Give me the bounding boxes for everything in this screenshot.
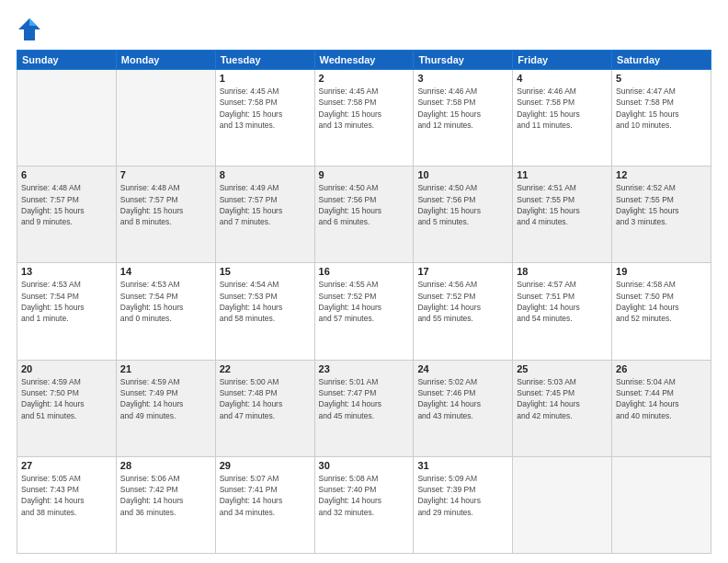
calendar-cell: 5Sunrise: 4:47 AM Sunset: 7:58 PM Daylig… xyxy=(612,70,711,167)
day-info: Sunrise: 4:47 AM Sunset: 7:58 PM Dayligh… xyxy=(616,86,707,131)
logo-icon xyxy=(17,17,42,42)
weekday-header-sunday: Sunday xyxy=(17,51,117,70)
day-info: Sunrise: 4:48 AM Sunset: 7:57 PM Dayligh… xyxy=(120,182,211,227)
calendar-cell: 11Sunrise: 4:51 AM Sunset: 7:55 PM Dayli… xyxy=(513,167,612,263)
day-number: 7 xyxy=(120,169,211,180)
day-number: 20 xyxy=(21,363,112,374)
day-info: Sunrise: 4:53 AM Sunset: 7:54 PM Dayligh… xyxy=(120,279,211,324)
day-number: 19 xyxy=(616,266,707,277)
day-info: Sunrise: 4:59 AM Sunset: 7:50 PM Dayligh… xyxy=(21,376,112,421)
day-info: Sunrise: 4:51 AM Sunset: 7:55 PM Dayligh… xyxy=(517,182,608,227)
day-number: 14 xyxy=(120,266,211,277)
calendar-cell: 14Sunrise: 4:53 AM Sunset: 7:54 PM Dayli… xyxy=(116,263,215,360)
day-number: 31 xyxy=(417,460,508,471)
calendar-cell: 17Sunrise: 4:56 AM Sunset: 7:52 PM Dayli… xyxy=(414,263,513,360)
day-number: 1 xyxy=(220,73,311,84)
day-number: 4 xyxy=(517,73,608,84)
day-number: 27 xyxy=(21,460,112,471)
day-info: Sunrise: 5:08 AM Sunset: 7:40 PM Dayligh… xyxy=(319,473,410,518)
calendar-cell xyxy=(17,70,117,167)
day-number: 28 xyxy=(120,460,211,471)
calendar-cell: 8Sunrise: 4:49 AM Sunset: 7:57 PM Daylig… xyxy=(215,167,314,263)
calendar-cell: 6Sunrise: 4:48 AM Sunset: 7:57 PM Daylig… xyxy=(17,167,117,263)
day-info: Sunrise: 4:54 AM Sunset: 7:53 PM Dayligh… xyxy=(220,279,311,324)
day-info: Sunrise: 4:45 AM Sunset: 7:58 PM Dayligh… xyxy=(220,86,311,131)
calendar-table: SundayMondayTuesdayWednesdayThursdayFrid… xyxy=(17,50,711,554)
calendar-cell: 26Sunrise: 5:04 AM Sunset: 7:44 PM Dayli… xyxy=(612,360,711,456)
day-number: 25 xyxy=(517,363,608,374)
day-info: Sunrise: 4:57 AM Sunset: 7:51 PM Dayligh… xyxy=(517,279,608,324)
day-info: Sunrise: 5:04 AM Sunset: 7:44 PM Dayligh… xyxy=(616,376,707,421)
day-info: Sunrise: 4:48 AM Sunset: 7:57 PM Dayligh… xyxy=(21,182,112,227)
calendar-cell: 2Sunrise: 4:45 AM Sunset: 7:58 PM Daylig… xyxy=(314,70,414,167)
calendar-cell: 20Sunrise: 4:59 AM Sunset: 7:50 PM Dayli… xyxy=(17,360,117,456)
day-info: Sunrise: 4:45 AM Sunset: 7:58 PM Dayligh… xyxy=(319,86,410,131)
calendar-cell: 30Sunrise: 5:08 AM Sunset: 7:40 PM Dayli… xyxy=(314,456,414,553)
day-info: Sunrise: 5:02 AM Sunset: 7:46 PM Dayligh… xyxy=(417,376,508,421)
day-number: 3 xyxy=(417,73,508,84)
day-info: Sunrise: 5:01 AM Sunset: 7:47 PM Dayligh… xyxy=(319,376,410,421)
week-row-2: 6Sunrise: 4:48 AM Sunset: 7:57 PM Daylig… xyxy=(17,167,711,263)
header xyxy=(17,17,711,42)
day-number: 24 xyxy=(417,363,508,374)
weekday-header-friday: Friday xyxy=(513,51,612,70)
calendar-cell: 25Sunrise: 5:03 AM Sunset: 7:45 PM Dayli… xyxy=(513,360,612,456)
calendar-cell xyxy=(612,456,711,553)
calendar-cell: 1Sunrise: 4:45 AM Sunset: 7:58 PM Daylig… xyxy=(215,70,314,167)
week-row-5: 27Sunrise: 5:05 AM Sunset: 7:43 PM Dayli… xyxy=(17,456,711,553)
weekday-header-tuesday: Tuesday xyxy=(215,51,314,70)
calendar-cell xyxy=(116,70,215,167)
day-info: Sunrise: 4:55 AM Sunset: 7:52 PM Dayligh… xyxy=(319,279,410,324)
calendar-cell: 18Sunrise: 4:57 AM Sunset: 7:51 PM Dayli… xyxy=(513,263,612,360)
day-number: 10 xyxy=(417,169,508,180)
day-info: Sunrise: 5:03 AM Sunset: 7:45 PM Dayligh… xyxy=(517,376,608,421)
calendar-cell: 31Sunrise: 5:09 AM Sunset: 7:39 PM Dayli… xyxy=(414,456,513,553)
day-info: Sunrise: 4:50 AM Sunset: 7:56 PM Dayligh… xyxy=(417,182,508,227)
calendar-cell: 27Sunrise: 5:05 AM Sunset: 7:43 PM Dayli… xyxy=(17,456,117,553)
day-number: 8 xyxy=(220,169,311,180)
day-info: Sunrise: 4:56 AM Sunset: 7:52 PM Dayligh… xyxy=(417,279,508,324)
day-number: 5 xyxy=(616,73,707,84)
calendar-cell: 9Sunrise: 4:50 AM Sunset: 7:56 PM Daylig… xyxy=(314,167,414,263)
day-info: Sunrise: 4:52 AM Sunset: 7:55 PM Dayligh… xyxy=(616,182,707,227)
calendar-cell: 22Sunrise: 5:00 AM Sunset: 7:48 PM Dayli… xyxy=(215,360,314,456)
day-info: Sunrise: 4:46 AM Sunset: 7:58 PM Dayligh… xyxy=(417,86,508,131)
svg-marker-2 xyxy=(29,18,37,26)
calendar-cell: 12Sunrise: 4:52 AM Sunset: 7:55 PM Dayli… xyxy=(612,167,711,263)
logo xyxy=(17,17,46,42)
weekday-header-row: SundayMondayTuesdayWednesdayThursdayFrid… xyxy=(17,51,711,70)
day-number: 21 xyxy=(120,363,211,374)
calendar-cell xyxy=(513,456,612,553)
day-info: Sunrise: 5:06 AM Sunset: 7:42 PM Dayligh… xyxy=(120,473,211,518)
day-number: 22 xyxy=(220,363,311,374)
weekday-header-wednesday: Wednesday xyxy=(314,51,414,70)
day-number: 17 xyxy=(417,266,508,277)
calendar-cell: 28Sunrise: 5:06 AM Sunset: 7:42 PM Dayli… xyxy=(116,456,215,553)
day-info: Sunrise: 5:00 AM Sunset: 7:48 PM Dayligh… xyxy=(220,376,311,421)
day-info: Sunrise: 5:05 AM Sunset: 7:43 PM Dayligh… xyxy=(21,473,112,518)
calendar-cell: 7Sunrise: 4:48 AM Sunset: 7:57 PM Daylig… xyxy=(116,167,215,263)
day-info: Sunrise: 5:07 AM Sunset: 7:41 PM Dayligh… xyxy=(220,473,311,518)
day-info: Sunrise: 4:49 AM Sunset: 7:57 PM Dayligh… xyxy=(220,182,311,227)
day-info: Sunrise: 4:59 AM Sunset: 7:49 PM Dayligh… xyxy=(120,376,211,421)
day-number: 29 xyxy=(220,460,311,471)
weekday-header-saturday: Saturday xyxy=(612,51,711,70)
day-info: Sunrise: 4:46 AM Sunset: 7:58 PM Dayligh… xyxy=(517,86,608,131)
day-number: 30 xyxy=(319,460,410,471)
day-number: 16 xyxy=(319,266,410,277)
calendar-cell: 13Sunrise: 4:53 AM Sunset: 7:54 PM Dayli… xyxy=(17,263,117,360)
calendar-cell: 4Sunrise: 4:46 AM Sunset: 7:58 PM Daylig… xyxy=(513,70,612,167)
day-number: 18 xyxy=(517,266,608,277)
day-number: 13 xyxy=(21,266,112,277)
week-row-3: 13Sunrise: 4:53 AM Sunset: 7:54 PM Dayli… xyxy=(17,263,711,360)
calendar-cell: 23Sunrise: 5:01 AM Sunset: 7:47 PM Dayli… xyxy=(314,360,414,456)
day-info: Sunrise: 4:53 AM Sunset: 7:54 PM Dayligh… xyxy=(21,279,112,324)
calendar-cell: 24Sunrise: 5:02 AM Sunset: 7:46 PM Dayli… xyxy=(414,360,513,456)
page: SundayMondayTuesdayWednesdayThursdayFrid… xyxy=(0,0,728,563)
day-number: 12 xyxy=(616,169,707,180)
weekday-header-monday: Monday xyxy=(116,51,215,70)
day-number: 11 xyxy=(517,169,608,180)
week-row-1: 1Sunrise: 4:45 AM Sunset: 7:58 PM Daylig… xyxy=(17,70,711,167)
calendar-cell: 3Sunrise: 4:46 AM Sunset: 7:58 PM Daylig… xyxy=(414,70,513,167)
week-row-4: 20Sunrise: 4:59 AM Sunset: 7:50 PM Dayli… xyxy=(17,360,711,456)
